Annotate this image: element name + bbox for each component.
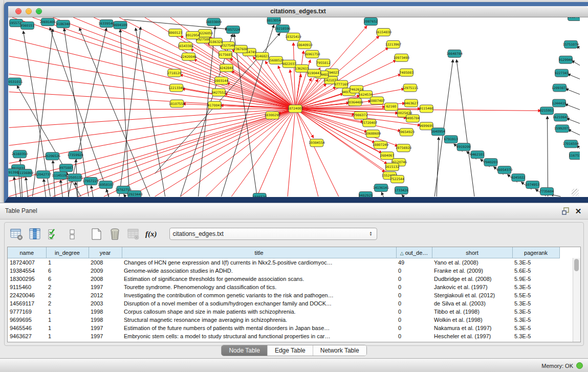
table-cell[interactable]: 0 xyxy=(396,267,432,275)
table-cell[interactable]: Estimation of significance thresholds fo… xyxy=(122,275,396,283)
float-panel-icon[interactable] xyxy=(561,207,571,216)
table-cell[interactable]: 2 xyxy=(46,291,89,299)
tab-edge-table[interactable]: Edge Table xyxy=(267,345,313,356)
network-node[interactable]: 18107554 xyxy=(169,100,185,107)
network-node[interactable]: 10807487 xyxy=(369,97,385,104)
table-cell[interactable]: 5.3E-5 xyxy=(512,299,559,308)
network-node[interactable]: 7955812 xyxy=(316,59,331,67)
table-settings-button[interactable] xyxy=(10,227,24,241)
network-node[interactable]: 7485083 xyxy=(400,69,414,76)
network-node[interactable]: 9560151 xyxy=(20,21,35,29)
network-node[interactable]: 1074953 xyxy=(526,181,540,189)
network-node[interactable]: 1733426 xyxy=(395,187,409,194)
table-cell[interactable]: 49 xyxy=(396,258,432,267)
table-cell[interactable]: 1997 xyxy=(89,283,122,291)
network-node[interactable]: 9129946 xyxy=(559,56,573,63)
network-node[interactable]: 9190443 xyxy=(307,69,321,77)
table-cell[interactable]: 2008 xyxy=(89,258,122,267)
network-node[interactable]: 12975115 xyxy=(402,84,418,92)
column-header-year[interactable]: year xyxy=(89,247,122,258)
network-node[interactable]: 2684067 xyxy=(380,152,395,160)
network-node[interactable]: 16033809 xyxy=(206,18,222,26)
table-cell[interactable]: Franke et al. (2009) xyxy=(432,267,512,275)
network-node[interactable]: 8860123 xyxy=(168,29,183,36)
table-cell[interactable]: 5.5E-5 xyxy=(512,291,559,299)
network-node[interactable]: 10973493 xyxy=(394,54,409,61)
network-node[interactable]: 10688609 xyxy=(365,130,381,138)
table-cell[interactable]: Tibbo et al. (1998) xyxy=(432,308,512,316)
tab-network-table[interactable]: Network Table xyxy=(313,345,366,356)
table-cell[interactable]: 1998 xyxy=(89,308,122,316)
table-cell[interactable]: 9115460 xyxy=(8,283,46,291)
network-node[interactable]: 8813054 xyxy=(267,17,281,24)
table-cell[interactable]: Dudbridge et al. (2008) xyxy=(432,275,512,283)
network-node[interactable]: 12213349 xyxy=(168,84,184,92)
network-node[interactable]: 7940203 xyxy=(484,159,498,166)
network-node[interactable]: 9463627 xyxy=(404,99,419,107)
column-header-in-degree[interactable]: in_degree xyxy=(46,247,89,258)
table-cell[interactable]: Wolkin et al. (1998) xyxy=(432,316,512,324)
table-cell[interactable]: Genome-wide association studies in ADHD. xyxy=(122,267,396,275)
network-node[interactable]: 18300295 xyxy=(264,112,280,119)
column-header-short[interactable]: short xyxy=(432,247,512,258)
table-cell[interactable]: 5.3E-5 xyxy=(512,316,559,324)
network-node[interactable]: 20691406 xyxy=(40,18,56,26)
new-table-button[interactable] xyxy=(90,227,103,241)
network-node[interactable]: 7522544 xyxy=(390,176,405,183)
select-column-button[interactable] xyxy=(28,227,42,241)
table-cell[interactable]: 0 xyxy=(396,291,432,299)
network-hub-node[interactable]: 18724007 xyxy=(287,105,303,113)
network-node[interactable]: 12042737 xyxy=(35,171,51,179)
network-node[interactable]: 15720407 xyxy=(361,119,377,127)
table-cell[interactable]: 5.3E-5 xyxy=(512,283,559,291)
network-node[interactable]: 11156869 xyxy=(17,169,33,177)
table-cell[interactable]: 0 xyxy=(396,283,432,291)
table-cell[interactable]: 1 xyxy=(46,316,89,324)
table-cell[interactable]: 2 xyxy=(46,283,89,291)
network-node[interactable]: 9115460 xyxy=(420,105,434,113)
table-cell[interactable]: 9463627 xyxy=(8,332,46,340)
network-node[interactable]: 16958107 xyxy=(98,181,114,189)
node-table[interactable]: namein_degreeyeartitle△out_de…shortpager… xyxy=(8,247,581,340)
table-cell[interactable]: 5.3E-5 xyxy=(512,258,559,267)
network-node[interactable]: 2367608 xyxy=(234,45,248,53)
table-cell[interactable]: Corpus callosum shape and size in male p… xyxy=(122,308,396,316)
network-node[interactable]: 20206526 xyxy=(45,152,60,160)
select-all-columns-button[interactable] xyxy=(47,227,60,241)
network-node[interactable]: 6791913 xyxy=(444,136,458,143)
table-cell[interactable]: 6 xyxy=(46,267,89,275)
table-cell[interactable]: Structural magnetic resonance image aver… xyxy=(122,316,396,324)
network-node[interactable]: 9186340 xyxy=(56,20,71,28)
table-cell[interactable]: Nakamura et al. (1997) xyxy=(432,324,512,332)
network-node[interactable]: 12093872 xyxy=(552,84,568,92)
table-cell[interactable]: 0 xyxy=(396,308,432,316)
table-cell[interactable]: 0 xyxy=(396,299,432,308)
table-cell[interactable]: 19384554 xyxy=(8,267,46,275)
network-node[interactable]: 19384554 xyxy=(309,139,324,147)
table-row[interactable]: 1456911722003Disruption of a novel membe… xyxy=(8,299,581,308)
table-cell[interactable]: 2 xyxy=(46,299,89,308)
network-node[interactable]: 17359924 xyxy=(68,151,83,159)
network-node[interactable]: 2803144 xyxy=(214,77,229,84)
network-node[interactable]: 1615132 xyxy=(385,163,400,171)
column-header-name[interactable]: name xyxy=(8,247,46,258)
network-node[interactable]: 16154838 xyxy=(376,28,391,36)
network-node[interactable]: 1112704 xyxy=(568,17,580,20)
network-node[interactable]: 8427552 xyxy=(212,89,226,96)
table-cell[interactable]: 0 xyxy=(396,324,432,332)
column-header-title[interactable]: title xyxy=(122,247,396,258)
table-cell[interactable]: 2008 xyxy=(89,275,122,283)
table-cell[interactable]: Hescheler et al. (1997) xyxy=(432,332,512,340)
network-node[interactable]: 18640910 xyxy=(296,41,312,49)
network-node[interactable]: 26160350 xyxy=(12,150,28,158)
network-node[interactable]: 17016504 xyxy=(563,140,579,148)
network-node[interactable]: 2087652 xyxy=(364,17,378,25)
network-node[interactable]: 12213967 xyxy=(385,40,401,48)
network-node[interactable]: 7986372 xyxy=(354,112,368,119)
table-cell[interactable]: 14569117 xyxy=(8,299,46,308)
network-node[interactable]: 9227343 xyxy=(555,69,569,77)
table-cell[interactable]: 5.3E-5 xyxy=(512,308,559,316)
table-cell[interactable]: 0 xyxy=(396,275,432,283)
table-row[interactable]: 911546021997Tourette syndrome. Phenomeno… xyxy=(8,283,581,291)
network-node[interactable]: 4170041 xyxy=(208,101,222,109)
